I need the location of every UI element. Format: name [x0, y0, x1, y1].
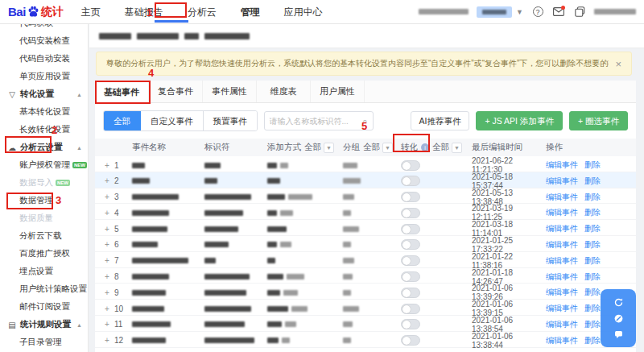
- baidu-tongji-logo[interactable]: Bai 统计: [8, 5, 64, 19]
- site-selector[interactable]: ▼: [477, 6, 523, 18]
- sidebar-item[interactable]: 代码获取: [0, 24, 89, 32]
- delete-link[interactable]: 删除: [584, 287, 601, 298]
- sidebar-item[interactable]: 邮件订阅设置: [0, 298, 89, 316]
- nav-item[interactable]: 分析云: [188, 0, 217, 24]
- tab[interactable]: 维度表: [257, 81, 311, 102]
- delete-link[interactable]: 删除: [584, 192, 601, 203]
- delete-link[interactable]: 删除: [584, 319, 601, 330]
- toolbar-button[interactable]: + JS API 添加事件: [476, 111, 562, 130]
- edit-event-link[interactable]: 编辑事件: [546, 223, 578, 234]
- nav-item[interactable]: 主页: [81, 0, 101, 24]
- expand-icon[interactable]: +: [95, 272, 114, 281]
- delete-link[interactable]: 删除: [584, 223, 601, 234]
- edit-event-link[interactable]: 编辑事件: [546, 319, 578, 330]
- delete-link[interactable]: 删除: [584, 207, 601, 218]
- help-icon[interactable]: ?: [531, 6, 544, 19]
- edit-event-link[interactable]: 编辑事件: [546, 287, 578, 298]
- conversion-toggle[interactable]: [401, 288, 420, 298]
- expand-icon[interactable]: +: [95, 288, 114, 297]
- conversion-toggle[interactable]: [401, 192, 420, 202]
- sidebar-item[interactable]: ▽ 转化设置 ▲: [0, 85, 89, 103]
- sidebar-item[interactable]: 数据质量: [0, 209, 89, 227]
- edit-event-link[interactable]: 编辑事件: [546, 303, 578, 314]
- sidebar-item[interactable]: 埋点设置: [0, 263, 89, 280]
- conversion-toggle[interactable]: [401, 335, 420, 346]
- sidebar-item[interactable]: 基本转化设置: [0, 103, 89, 121]
- edit-event-link[interactable]: 编辑事件: [546, 159, 578, 171]
- sidebar-item[interactable]: ▤ 统计规则设置 ▲: [0, 316, 89, 333]
- last-edit-time: 2021-01-06 13:39:15: [472, 300, 546, 317]
- delete-link[interactable]: 删除: [584, 176, 601, 187]
- conversion-toggle[interactable]: [401, 239, 420, 250]
- toolbar-button[interactable]: + 圈选事件: [569, 111, 628, 130]
- expand-icon[interactable]: +: [95, 209, 114, 217]
- conversion-toggle[interactable]: [401, 208, 420, 218]
- edit-event-link[interactable]: 编辑事件: [546, 192, 578, 203]
- delete-link[interactable]: 删除: [584, 303, 601, 314]
- edit-event-link[interactable]: 编辑事件: [546, 176, 578, 187]
- conversion-toggle[interactable]: [401, 319, 420, 329]
- info-icon[interactable]: i: [421, 143, 429, 151]
- group-filter[interactable]: 全部 ▼: [363, 142, 393, 153]
- conversion-toggle[interactable]: [401, 160, 420, 171]
- mail-icon[interactable]: [552, 6, 565, 19]
- expand-icon[interactable]: +: [95, 193, 114, 201]
- edit-event-link[interactable]: 编辑事件: [546, 207, 578, 218]
- conversion-toggle[interactable]: [401, 304, 420, 314]
- edit-event-link[interactable]: 编辑事件: [546, 335, 578, 346]
- segment-button[interactable]: 自定义事件: [141, 111, 204, 130]
- tab[interactable]: 用户属性: [311, 81, 365, 102]
- expand-icon[interactable]: +: [95, 256, 114, 265]
- sidebar-item[interactable]: 分析云下载: [0, 227, 89, 245]
- nav-item[interactable]: 管理: [241, 0, 260, 24]
- expand-icon[interactable]: +: [95, 304, 114, 313]
- segment-button[interactable]: 全部: [104, 111, 141, 130]
- sidebar-item[interactable]: 代码安装检查: [0, 32, 89, 50]
- apps-icon[interactable]: [573, 6, 586, 19]
- toolbar-button[interactable]: AI推荐事件: [411, 111, 470, 130]
- delete-link[interactable]: 删除: [584, 255, 601, 267]
- sidebar-item[interactable]: 账户授权管理 NEW: [0, 156, 89, 174]
- sidebar-item[interactable]: 单页应用设置: [0, 68, 89, 85]
- tab[interactable]: 事件属性: [203, 81, 257, 102]
- sidebar-item[interactable]: 代码自动安装: [0, 50, 89, 68]
- segment-button[interactable]: 预置事件: [204, 111, 257, 130]
- sidebar-item[interactable]: 长效转化设置: [0, 121, 89, 139]
- delete-link[interactable]: 删除: [584, 159, 601, 171]
- refresh-icon[interactable]: [612, 296, 625, 309]
- sidebar-item[interactable]: 用户统计策略设置: [0, 280, 89, 298]
- delete-link[interactable]: 删除: [584, 335, 601, 346]
- delete-link[interactable]: 删除: [584, 271, 601, 283]
- expand-icon[interactable]: +: [95, 161, 114, 170]
- add-method-filter[interactable]: 全部 ▼: [304, 142, 334, 153]
- tab[interactable]: 基础事件: [95, 81, 149, 102]
- compass-icon[interactable]: [612, 312, 625, 325]
- feedback-bubble-icon[interactable]: [612, 328, 625, 341]
- edit-event-link[interactable]: 编辑事件: [546, 255, 578, 267]
- conversion-toggle[interactable]: [401, 255, 420, 266]
- conversion-toggle[interactable]: [401, 271, 420, 282]
- delete-link[interactable]: 删除: [584, 239, 601, 251]
- search-input[interactable]: [270, 117, 363, 126]
- sidebar-item[interactable]: 数据导入 NEW: [0, 174, 89, 192]
- expand-icon[interactable]: +: [95, 176, 114, 185]
- tab[interactable]: 复合事件: [149, 81, 203, 102]
- table-row: + 2 2021-05-18 15:37:44 编辑事件 删除: [95, 172, 636, 188]
- edit-event-link[interactable]: 编辑事件: [546, 239, 578, 251]
- close-icon[interactable]: ×: [615, 58, 621, 70]
- sidebar-item[interactable]: 数据管理: [0, 192, 89, 209]
- expand-icon[interactable]: +: [95, 240, 114, 249]
- edit-event-link[interactable]: 编辑事件: [546, 271, 578, 283]
- chevron-up-icon: ▲: [76, 145, 82, 151]
- conversion-toggle[interactable]: [401, 224, 420, 234]
- sidebar-item[interactable]: 子目录管理: [0, 333, 89, 351]
- nav-item-label: 基础报告: [125, 6, 163, 18]
- expand-icon[interactable]: +: [95, 320, 114, 329]
- expand-icon[interactable]: +: [95, 225, 114, 234]
- sidebar-item[interactable]: 百度推广授权: [0, 245, 89, 263]
- nav-item[interactable]: 应用中心: [284, 0, 323, 24]
- conversion-filter[interactable]: 全部 ▼: [432, 142, 462, 153]
- sidebar-item[interactable]: ☁ 分析云设置 ▲: [0, 139, 89, 156]
- conversion-toggle[interactable]: [401, 176, 420, 186]
- expand-icon[interactable]: +: [95, 336, 114, 345]
